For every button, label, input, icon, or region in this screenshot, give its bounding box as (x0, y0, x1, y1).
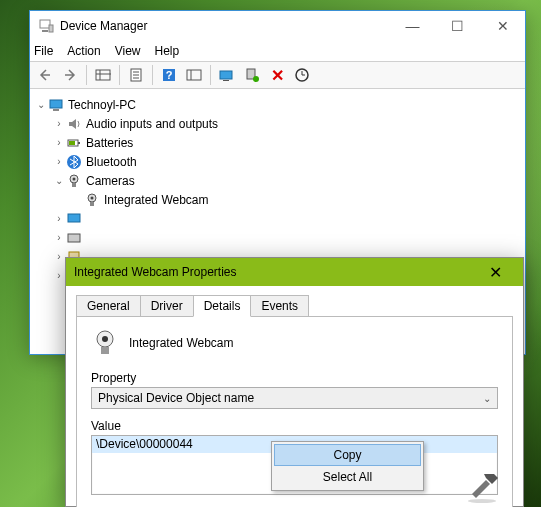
svg-rect-1 (42, 30, 48, 32)
context-menu: Copy Select All (271, 441, 424, 491)
menubar: File Action View Help (30, 41, 525, 61)
update-driver-button[interactable] (216, 64, 238, 86)
window-title: Device Manager (60, 19, 147, 33)
svg-rect-2 (49, 25, 53, 32)
svg-rect-32 (68, 234, 80, 242)
uninstall-button[interactable]: ✕ (266, 64, 288, 86)
svg-point-26 (73, 177, 76, 180)
maximize-button[interactable]: ☐ (435, 12, 480, 41)
svg-point-36 (102, 336, 108, 342)
scan-hardware-button[interactable] (291, 64, 313, 86)
tree-root[interactable]: ⌄ Technoyl-PC (34, 95, 521, 114)
expand-icon[interactable]: › (52, 118, 66, 129)
titlebar[interactable]: Device Manager — ☐ ✕ (30, 11, 525, 41)
tab-general[interactable]: General (76, 295, 141, 317)
menu-view[interactable]: View (115, 44, 141, 58)
tab-events[interactable]: Events (250, 295, 309, 317)
tree-item-audio[interactable]: › Audio inputs and outputs (34, 114, 521, 133)
back-button[interactable] (34, 64, 56, 86)
tree-item-bluetooth[interactable]: › Bluetooth (34, 152, 521, 171)
device-manager-icon (38, 18, 54, 34)
svg-rect-3 (96, 70, 110, 80)
tree-item-obscured[interactable]: › (34, 209, 521, 228)
tree-item-obscured[interactable]: › (34, 228, 521, 247)
help-button[interactable]: ? (158, 64, 180, 86)
tab-strip: General Driver Details Events (76, 295, 513, 317)
value-label: Value (91, 419, 498, 433)
tree-item-batteries[interactable]: › Batteries (34, 133, 521, 152)
svg-rect-15 (223, 80, 229, 81)
svg-rect-12 (187, 70, 201, 80)
property-label: Property (91, 371, 498, 385)
scan-button[interactable] (183, 64, 205, 86)
context-select-all[interactable]: Select All (274, 466, 421, 488)
expand-icon[interactable]: › (52, 156, 66, 167)
tree-label: Bluetooth (86, 155, 137, 169)
tree-label: Audio inputs and outputs (86, 117, 218, 131)
svg-rect-27 (72, 183, 76, 187)
device-name: Integrated Webcam (129, 336, 234, 350)
expand-icon[interactable]: › (52, 137, 66, 148)
webcam-icon (84, 192, 100, 208)
speaker-icon (66, 116, 82, 132)
svg-rect-22 (78, 142, 80, 144)
menu-file[interactable]: File (34, 44, 53, 58)
close-button[interactable]: ✕ (480, 12, 525, 41)
expand-icon[interactable]: ⌄ (34, 99, 48, 110)
svg-rect-37 (101, 347, 109, 354)
tree-item-cameras[interactable]: ⌄ Cameras (34, 171, 521, 190)
minimize-button[interactable]: — (390, 12, 435, 41)
svg-rect-30 (90, 202, 94, 206)
camera-icon (66, 173, 82, 189)
svg-point-17 (253, 76, 259, 82)
tree-label: Integrated Webcam (104, 193, 209, 207)
close-button[interactable]: ✕ (475, 263, 515, 282)
bluetooth-icon (66, 154, 82, 170)
property-dropdown[interactable]: Physical Device Object name ⌄ (91, 387, 498, 409)
tree-item-integrated-webcam[interactable]: Integrated Webcam (34, 190, 521, 209)
svg-rect-23 (69, 141, 75, 145)
tree-label: Cameras (86, 174, 135, 188)
show-hidden-button[interactable] (92, 64, 114, 86)
tree-label: Batteries (86, 136, 133, 150)
tab-details[interactable]: Details (193, 295, 252, 317)
svg-rect-19 (50, 100, 62, 108)
context-copy[interactable]: Copy (274, 444, 421, 466)
dialog-title: Integrated Webcam Properties (74, 265, 237, 279)
battery-icon (66, 135, 82, 151)
expand-icon[interactable]: ⌄ (52, 175, 66, 186)
svg-rect-14 (220, 71, 232, 79)
svg-point-38 (468, 499, 496, 503)
toolbar: ? ✕ (30, 61, 525, 89)
chevron-down-icon: ⌄ (483, 393, 491, 404)
tab-driver[interactable]: Driver (140, 295, 194, 317)
properties-button[interactable] (125, 64, 147, 86)
tree-label: Technoyl-PC (68, 98, 136, 112)
menu-help[interactable]: Help (155, 44, 180, 58)
enable-device-button[interactable] (241, 64, 263, 86)
svg-rect-20 (53, 109, 59, 111)
svg-rect-31 (68, 214, 80, 222)
hammer-icon (462, 464, 502, 504)
computer-icon (48, 97, 64, 113)
menu-action[interactable]: Action (67, 44, 100, 58)
dropdown-value: Physical Device Object name (98, 391, 254, 405)
webcam-icon (91, 329, 119, 357)
svg-point-29 (91, 196, 94, 199)
forward-button[interactable] (59, 64, 81, 86)
svg-text:?: ? (166, 69, 173, 81)
dialog-titlebar[interactable]: Integrated Webcam Properties ✕ (66, 258, 523, 286)
